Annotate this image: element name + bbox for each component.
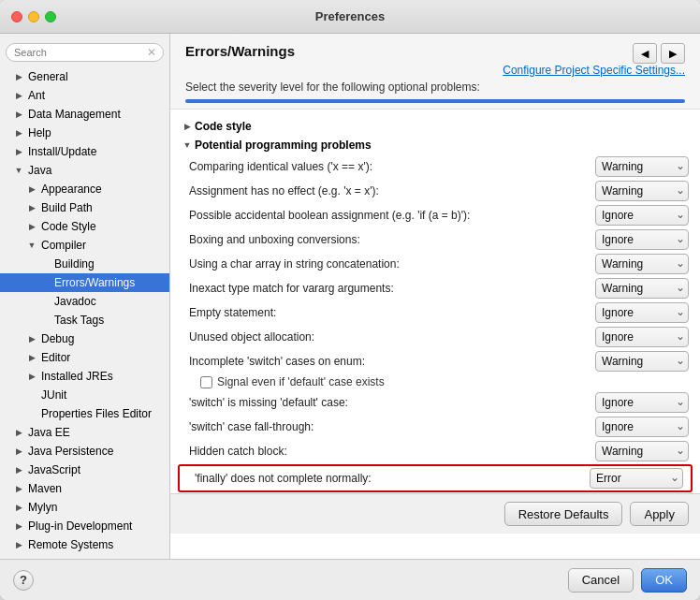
apply-button[interactable]: Apply [630,502,689,526]
setting-label: 'switch' is missing 'default' case: [189,396,595,409]
sidebar-item-plugin-development[interactable]: Plug-in Development [0,517,169,535]
setting-row-empty-statement: Empty statement: IgnoreWarningError [170,300,700,325]
setting-label: Inexact type match for vararg arguments: [189,282,595,295]
sidebar-item-java[interactable]: Java [0,161,169,180]
section-arrow-icon [182,122,193,131]
select-inexact-type-vararg[interactable]: WarningErrorIgnore [595,278,689,299]
sidebar-item-label: JUnit [37,388,70,402]
sidebar-item-building[interactable]: Building [0,255,169,273]
toolbar-forward-button[interactable]: ▶ [661,43,685,64]
select-assignment-no-effect[interactable]: WarningErrorIgnore [595,181,689,201]
sidebar-item-build-path[interactable]: Build Path [0,198,169,217]
content-area: Errors/Warnings ◀ ▶ Configure Project Sp… [170,34,700,559]
sidebar-item-maven[interactable]: Maven [0,479,169,498]
select-char-array-string[interactable]: WarningErrorIgnore [595,254,689,274]
select-incomplete-switch[interactable]: WarningErrorIgnore [595,351,689,372]
sidebar-item-help[interactable]: Help [0,124,169,142]
close-button[interactable] [11,11,22,22]
sidebar-item-properties-file-editor[interactable]: Properties Files Editor [0,404,169,423]
sidebar-item-appearance[interactable]: Appearance [0,180,169,198]
sidebar-item-errors-warnings[interactable]: Errors/Warnings [0,273,169,292]
select-wrapper: WarningErrorIgnore [595,441,689,461]
sidebar-item-label: Help [24,125,55,140]
minimize-button[interactable] [28,11,39,22]
sidebar-item-task-tags[interactable]: Task Tags [0,311,169,329]
code-style-section-header[interactable]: Code style [170,117,700,136]
setting-row-finally-not-complete: 'finally' does not complete normally: Er… [178,464,693,492]
arrow-icon [13,147,24,156]
toolbar-back-button[interactable]: ◀ [633,43,657,64]
sidebar-item-label: Task Tags [51,313,108,328]
sidebar-item-compiler[interactable]: Compiler [0,236,169,255]
sidebar-item-mylyn[interactable]: Mylyn [0,498,169,517]
arrow-icon [13,521,24,531]
sidebar-item-remote-systems[interactable]: Remote Systems [0,535,169,554]
sidebar-item-editor[interactable]: Editor [0,348,169,367]
select-comparing-identical[interactable]: WarningErrorIgnore [595,156,689,177]
setting-label: Assignment has no effect (e.g. 'x = x'): [189,184,595,198]
select-wrapper: WarningErrorIgnore [595,278,689,299]
sidebar-item-label: Javadoc [51,294,100,309]
restore-defaults-button[interactable]: Restore Defaults [504,502,623,526]
arrow-icon [13,72,24,81]
signal-default-label: Signal even if 'default' case exists [217,375,385,388]
setting-row-assignment-no-effect: Assignment has no effect (e.g. 'x = x'):… [170,179,700,203]
select-wrapper: IgnoreWarningError [595,327,689,347]
sidebar-item-debug[interactable]: Debug [0,329,169,348]
setting-label: Using a char array in string concatenati… [189,257,595,271]
search-input[interactable] [6,43,164,62]
sidebar-item-javascript[interactable]: JavaScript [0,461,169,479]
setting-row-unused-object-allocation: Unused object allocation: IgnoreWarningE… [170,325,700,349]
select-hidden-catch-block[interactable]: WarningErrorIgnore [595,441,689,461]
sidebar-item-general[interactable]: General [0,67,169,86]
setting-row-boxing-unboxing: Boxing and unboxing conversions: IgnoreW… [170,227,700,252]
sidebar-item-code-style[interactable]: Code Style [0,217,169,236]
arrow-icon [13,503,24,512]
content-scroll: Code style Potential programming problem… [170,110,700,559]
select-switch-fallthrough[interactable]: IgnoreWarningError [595,417,689,437]
sidebar-item-install-update[interactable]: Install/Update [0,142,169,161]
sidebar-item-label: Building [51,256,98,271]
cancel-button[interactable]: Cancel [568,568,634,593]
sidebar-item-label: Mylyn [24,500,61,515]
sidebar-item-installed-jres[interactable]: Installed JREs [0,367,169,386]
signal-default-checkbox-row: Signal even if 'default' case exists [170,373,700,390]
select-wrapper: WarningErrorIgnore [595,254,689,274]
arrow-icon [26,334,37,344]
select-switch-missing-default[interactable]: IgnoreWarningError [595,392,689,413]
sidebar-item-data-management[interactable]: Data Management [0,105,169,124]
potential-problems-section-header[interactable]: Potential programming problems [170,136,700,154]
ok-button[interactable]: OK [641,568,687,593]
setting-label: Boxing and unboxing conversions: [189,233,595,246]
sidebar-item-java-persistence[interactable]: Java Persistence [0,442,169,461]
signal-default-checkbox[interactable] [200,376,212,388]
configure-project-link[interactable]: Configure Project Specific Settings... [185,64,685,77]
select-empty-statement[interactable]: IgnoreWarningError [595,302,689,323]
content-header: Errors/Warnings ◀ ▶ Configure Project Sp… [170,34,700,110]
search-clear-icon[interactable]: ✕ [147,46,156,59]
sidebar-item-ant[interactable]: Ant [0,86,169,105]
select-boxing-unboxing[interactable]: IgnoreWarningError [595,229,689,250]
section-title: Potential programming problems [195,139,372,152]
select-finally-not-complete[interactable]: ErrorWarningIgnore [590,468,683,489]
sidebar-item-javadoc[interactable]: Javadoc [0,292,169,311]
setting-row-switch-missing-default: 'switch' is missing 'default' case: Igno… [170,390,700,415]
sidebar-item-label: General [24,69,72,84]
sidebar-item-junit[interactable]: JUnit [0,386,169,404]
sidebar-search-container: ✕ [0,39,169,67]
select-wrapper: WarningErrorIgnore [595,351,689,372]
help-button[interactable]: ? [13,570,34,591]
section-arrow-icon [182,140,193,150]
arrow-icon [13,446,24,456]
sidebar-item-label: JavaScript [24,462,84,477]
maximize-button[interactable] [45,11,56,22]
select-unused-object-allocation[interactable]: IgnoreWarningError [595,327,689,347]
select-possible-accidental-boolean[interactable]: IgnoreWarningError [595,205,689,226]
window-title: Preferences [315,9,385,23]
setting-label: 'finally' does not complete normally: [195,472,590,485]
arrow-icon [26,203,37,212]
sidebar-item-java-ee[interactable]: Java EE [0,423,169,442]
section-title: Code style [195,120,252,133]
sidebar-item-label: Errors/Warnings [51,275,139,290]
sidebar-item-label: Properties Files Editor [37,406,155,421]
